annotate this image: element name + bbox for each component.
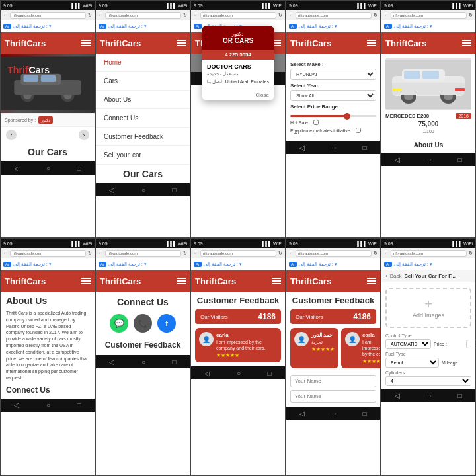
whatsapp-button[interactable]: 💬 <box>110 314 128 333</box>
url-bar-2[interactable]: riftyautosale.com <box>105 12 181 19</box>
url-bar-10[interactable]: riftyautosale.com <box>391 250 467 257</box>
url-bar-9[interactable]: riftyautosale.com <box>296 250 372 257</box>
fuel-type-select[interactable]: Petrol <box>385 358 439 368</box>
bnav-home-7[interactable]: ○ <box>141 358 145 366</box>
translate-text-4[interactable]: ترجمة الفقة إلى : ▾ <box>299 24 337 29</box>
bnav-recent-10[interactable]: □ <box>458 392 462 399</box>
bnav-recent-7[interactable]: □ <box>173 358 177 366</box>
carousel-next[interactable]: › <box>79 130 89 140</box>
bnav-back-4[interactable]: ◁ <box>299 144 305 151</box>
popup-overlay[interactable]: دكتور OR CARS 4 225 5554 DOCTOR CARS مست… <box>191 54 285 72</box>
nav-item-connect[interactable]: Connect Us <box>96 109 190 128</box>
back-arrow-1[interactable]: ← <box>3 13 8 17</box>
bnav-home-2[interactable]: ○ <box>141 186 145 194</box>
year-select[interactable]: Show All <box>290 90 376 101</box>
refresh-icon-7[interactable]: ↻ <box>183 251 187 256</box>
nav-item-sell[interactable]: Sell your car <box>96 146 190 165</box>
back-chevron-icon[interactable]: ‹ <box>385 273 387 279</box>
popup-close-button[interactable]: Close <box>202 89 274 100</box>
hamburger-menu-7[interactable] <box>177 278 186 284</box>
back-arrow-2[interactable]: ← <box>99 13 103 17</box>
bnav-home-5[interactable]: ○ <box>427 156 431 163</box>
url-bar-1[interactable]: riftyautosale.com <box>10 12 86 19</box>
bnav-back-1[interactable]: ◁ <box>14 165 19 172</box>
facebook-button[interactable]: f <box>157 314 176 333</box>
hot-sale-checkbox[interactable] <box>313 120 319 125</box>
bnav-back-2[interactable]: ◁ <box>109 186 114 194</box>
nav-item-home[interactable]: Home <box>96 54 190 72</box>
refresh-icon-8[interactable]: ↻ <box>278 251 282 256</box>
bnav-back-10[interactable]: ◁ <box>395 392 400 399</box>
url-bar-4[interactable]: riftyautosale.com <box>296 12 372 19</box>
translate-text-6[interactable]: ترجمة الفقة إلى : ▾ <box>13 262 52 267</box>
translate-text-1[interactable]: ترجمة الفقة إلى : ▾ <box>13 24 52 29</box>
bnav-home-6[interactable]: ○ <box>46 401 50 409</box>
url-bar-7[interactable]: riftyautosale.com <box>105 250 181 257</box>
bnav-home-8[interactable]: ○ <box>237 370 241 377</box>
refresh-icon-3[interactable]: ↻ <box>278 13 282 18</box>
translate-text-9[interactable]: ترجمة الفقة إلى : ▾ <box>299 262 337 267</box>
popup-ar-link[interactable]: اتصل بنا <box>207 79 222 85</box>
back-arrow-4[interactable]: ← <box>289 13 294 17</box>
phone-button[interactable]: 📞 <box>134 314 152 333</box>
url-bar-5[interactable]: riftyautosale.com <box>391 12 467 19</box>
translate-text-10[interactable]: ترجمة الفقة إلى : ▾ <box>394 262 432 267</box>
connect-title-link[interactable]: Connect Us <box>6 385 89 395</box>
bnav-recent-1[interactable]: □ <box>77 165 81 172</box>
nav-item-cars[interactable]: Cars <box>96 72 190 91</box>
sponsor-logo[interactable]: دكتور <box>38 116 53 124</box>
translate-text-2[interactable]: ترجمة الفقة إلى : ▾ <box>108 24 147 29</box>
back-arrow-3[interactable]: ← <box>194 13 198 17</box>
bnav-recent-4[interactable]: □ <box>363 144 367 151</box>
refresh-icon-1[interactable]: ↻ <box>88 13 92 18</box>
bnav-back-5[interactable]: ◁ <box>395 156 400 163</box>
back-arrow-10[interactable]: ← <box>384 251 389 255</box>
back-arrow-5[interactable]: ← <box>384 13 389 17</box>
translate-text-8[interactable]: ترجمة الفقة إلى : ▾ <box>204 262 242 267</box>
translate-text-7[interactable]: ترجمة الفقة إلى : ▾ <box>108 262 147 267</box>
url-bar-3[interactable]: riftyautosale.com <box>200 12 276 19</box>
hamburger-menu-9[interactable] <box>367 278 376 284</box>
hamburger-menu-2[interactable] <box>177 40 186 46</box>
connect-feedback-title[interactable]: Customer Feedback <box>101 340 184 350</box>
price-input[interactable] <box>466 340 476 348</box>
refresh-icon-2[interactable]: ↻ <box>183 13 187 18</box>
cylinders-select[interactable]: 4 <box>385 376 471 386</box>
back-arrow-9[interactable]: ← <box>289 251 294 255</box>
add-images-box[interactable]: + Add Images <box>385 288 471 328</box>
bnav-home-9[interactable]: ○ <box>332 410 336 417</box>
back-arrow-7[interactable]: ← <box>99 251 103 255</box>
bnav-recent-6[interactable]: □ <box>77 401 81 409</box>
bnav-recent-9[interactable]: □ <box>363 410 367 417</box>
hamburger-menu-5[interactable] <box>462 40 471 46</box>
bnav-recent-5[interactable]: □ <box>458 156 462 163</box>
expat-checkbox[interactable] <box>356 128 361 133</box>
bnav-home-10[interactable]: ○ <box>427 392 431 399</box>
bnav-back-6[interactable]: ◁ <box>14 401 19 409</box>
hamburger-menu-1[interactable] <box>81 40 91 46</box>
translate-text-5[interactable]: ترجمة الفقة إلى : ▾ <box>394 24 432 29</box>
hamburger-menu-4[interactable] <box>367 40 376 46</box>
refresh-icon-6[interactable]: ↻ <box>88 251 92 256</box>
refresh-icon-4[interactable]: ↻ <box>374 13 377 18</box>
url-bar-8[interactable]: riftyautosale.com <box>200 250 276 257</box>
refresh-icon-9[interactable]: ↻ <box>374 251 377 256</box>
back-arrow-8[interactable]: ← <box>194 251 198 255</box>
hamburger-menu-6[interactable] <box>81 278 91 284</box>
control-type-select[interactable]: AUTOMATIC <box>385 339 431 349</box>
back-arrow-6[interactable]: ← <box>3 251 8 255</box>
bnav-recent-2[interactable]: □ <box>173 186 177 194</box>
hamburger-menu-8[interactable] <box>272 278 281 284</box>
url-bar-6[interactable]: riftyautosale.com <box>10 250 86 257</box>
bnav-home-1[interactable]: ○ <box>46 165 50 172</box>
price-range-thumb[interactable] <box>344 113 350 120</box>
nav-item-feedback[interactable]: Customer Feedback <box>96 128 190 146</box>
bnav-home-4[interactable]: ○ <box>332 144 336 151</box>
bnav-recent-8[interactable]: □ <box>268 370 272 377</box>
bnav-back-9[interactable]: ◁ <box>299 410 305 417</box>
your-name-input-2[interactable] <box>290 390 376 403</box>
refresh-icon-10[interactable]: ↻ <box>469 251 473 256</box>
bnav-back-8[interactable]: ◁ <box>204 370 210 377</box>
refresh-icon-5[interactable]: ↻ <box>469 13 473 18</box>
carousel-prev[interactable]: ‹ <box>6 130 17 140</box>
